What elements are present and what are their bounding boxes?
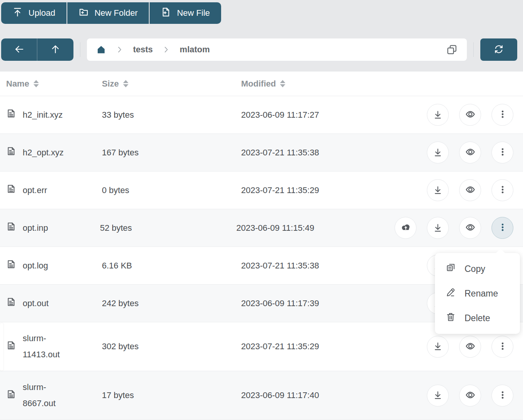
- divider: [473, 42, 474, 57]
- view-button[interactable]: [459, 179, 481, 201]
- view-button[interactable]: [459, 104, 481, 126]
- upload-icon: [12, 7, 23, 20]
- navigation-bar: tests mlatom: [0, 38, 523, 61]
- table-row-active: opt.inp 52 bytes 2023-06-09 11:15:49: [0, 209, 523, 247]
- more-actions-button[interactable]: [491, 104, 513, 126]
- more-actions-button[interactable]: [491, 336, 513, 358]
- file-name[interactable]: slurm-11413.out: [23, 330, 78, 363]
- home-icon[interactable]: [96, 45, 106, 55]
- sort-name-icon[interactable]: [33, 80, 39, 87]
- menu-item-copy-label: Copy: [465, 264, 485, 274]
- eye-icon: [465, 389, 476, 402]
- menu-item-delete-label: Delete: [465, 313, 490, 323]
- pencil-icon: [445, 287, 456, 300]
- file-icon: [6, 184, 16, 196]
- download-button[interactable]: [427, 336, 449, 358]
- breadcrumb-item-tests[interactable]: tests: [133, 45, 153, 55]
- cloud-upload-button[interactable]: [395, 217, 416, 239]
- history-nav-group: [1, 38, 73, 61]
- file-name[interactable]: opt.log: [23, 258, 78, 274]
- download-icon: [433, 222, 443, 234]
- up-directory-button[interactable]: [37, 38, 73, 61]
- table-row: h2_opt.xyz 167 bytes 2023-07-21 11:35:38: [0, 134, 523, 172]
- eye-icon: [465, 184, 476, 197]
- sort-size-icon[interactable]: [123, 80, 128, 87]
- breadcrumb-item-mlatom[interactable]: mlatom: [180, 45, 210, 55]
- more-actions-button-active[interactable]: [491, 217, 513, 239]
- menu-item-rename[interactable]: Rename: [435, 281, 520, 306]
- download-button[interactable]: [427, 142, 449, 163]
- arrow-up-icon: [50, 44, 61, 56]
- copy-path-icon[interactable]: [446, 44, 458, 55]
- file-modified: 2023-07-21 11:35:38: [241, 261, 403, 271]
- file-icon: [6, 108, 16, 121]
- file-icon: [6, 340, 16, 353]
- view-button[interactable]: [459, 385, 481, 407]
- file-icon: [6, 259, 16, 272]
- header-zone: Upload New Folder New File tests mlatom: [0, 0, 523, 72]
- chevron-right-icon: [162, 45, 170, 54]
- kebab-menu-icon: [498, 147, 508, 158]
- more-actions-button[interactable]: [491, 142, 513, 163]
- file-modified: 2023-06-09 11:17:40: [241, 390, 403, 400]
- file-modified: 2023-07-21 11:35:38: [241, 148, 403, 158]
- trash-icon: [445, 312, 456, 325]
- column-header-name: Name: [6, 79, 29, 89]
- file-size: 52 bytes: [100, 223, 237, 233]
- download-button[interactable]: [427, 385, 449, 407]
- menu-item-copy[interactable]: Copy: [435, 257, 520, 281]
- divider: [80, 42, 80, 57]
- file-size: 0 bytes: [102, 185, 241, 195]
- new-folder-button[interactable]: New Folder: [67, 2, 149, 24]
- eye-icon: [465, 222, 476, 234]
- download-button[interactable]: [427, 179, 449, 201]
- kebab-menu-icon: [498, 390, 508, 401]
- file-plus-icon: [161, 7, 171, 20]
- refresh-icon: [493, 44, 504, 56]
- download-icon: [433, 147, 443, 158]
- file-size: 167 bytes: [102, 148, 241, 158]
- file-name[interactable]: opt.out: [23, 295, 78, 312]
- table-row: slurm-8667.out 17 bytes 2023-06-09 11:17…: [0, 371, 523, 420]
- kebab-menu-icon: [498, 341, 508, 352]
- file-size: 302 bytes: [102, 342, 241, 352]
- refresh-button[interactable]: [480, 38, 517, 61]
- column-header-size: Size: [102, 79, 119, 89]
- new-folder-button-label: New Folder: [95, 8, 138, 18]
- view-button[interactable]: [459, 217, 481, 239]
- file-modified: 2023-07-21 11:35:29: [241, 185, 403, 195]
- file-name[interactable]: opt.inp: [23, 220, 78, 236]
- file-size: 6.16 KB: [102, 261, 241, 271]
- context-menu: Copy Rename Delete: [435, 253, 520, 334]
- file-size: 33 bytes: [102, 110, 241, 120]
- eye-icon: [465, 146, 476, 159]
- upload-button[interactable]: Upload: [1, 2, 67, 24]
- view-button[interactable]: [459, 336, 481, 358]
- more-actions-button[interactable]: [491, 385, 513, 407]
- sort-modified-icon[interactable]: [280, 80, 285, 87]
- file-modified: 2023-06-09 11:17:27: [241, 110, 403, 120]
- kebab-menu-icon: [498, 222, 508, 233]
- scrollbar[interactable]: [0, 323, 3, 371]
- toolbar: Upload New Folder New File: [1, 2, 221, 24]
- download-button[interactable]: [427, 217, 449, 239]
- view-button[interactable]: [459, 142, 481, 163]
- file-icon: [6, 389, 16, 402]
- file-modified: 2023-07-21 11:35:29: [241, 342, 403, 352]
- download-button[interactable]: [427, 104, 449, 126]
- file-name[interactable]: h2_init.xyz: [23, 107, 78, 123]
- folder-plus-icon: [78, 7, 89, 20]
- file-name[interactable]: opt.err: [23, 182, 78, 198]
- back-button[interactable]: [1, 38, 37, 61]
- file-icon: [6, 146, 16, 158]
- menu-item-delete[interactable]: Delete: [435, 306, 520, 330]
- file-name[interactable]: h2_opt.xyz: [23, 145, 78, 161]
- download-icon: [433, 185, 443, 196]
- more-actions-button[interactable]: [491, 179, 513, 201]
- new-file-button[interactable]: New File: [150, 2, 221, 24]
- table-row: h2_init.xyz 33 bytes 2023-06-09 11:17:27: [0, 96, 523, 134]
- file-name[interactable]: slurm-8667.out: [23, 379, 78, 412]
- download-icon: [433, 109, 443, 121]
- download-icon: [433, 390, 443, 401]
- table-row: opt.err 0 bytes 2023-07-21 11:35:29: [0, 172, 523, 209]
